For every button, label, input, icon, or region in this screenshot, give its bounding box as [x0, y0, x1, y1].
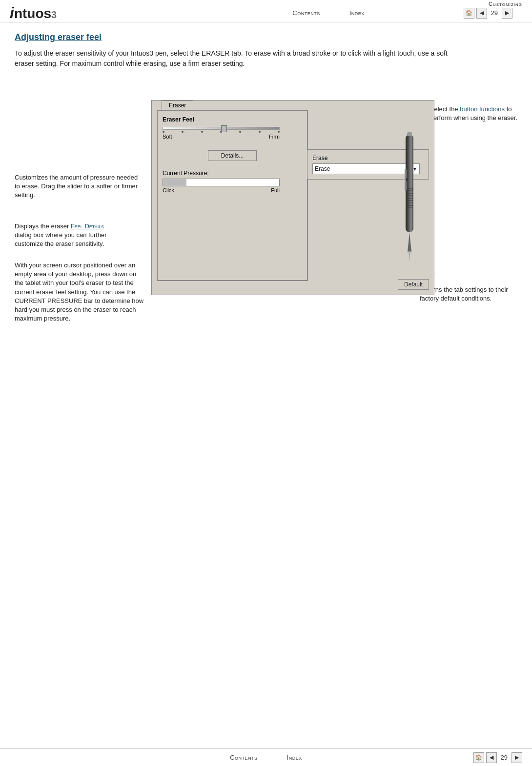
- slider-thumb[interactable]: [221, 125, 227, 132]
- inner-dialog: Eraser Feel Soft Firm: [157, 110, 308, 281]
- index-link[interactable]: Index: [349, 9, 365, 17]
- firm-label: Firm: [269, 134, 280, 140]
- details-button[interactable]: Details...: [208, 150, 257, 161]
- callout-top-right: Select the button functions toperform wh…: [430, 105, 517, 122]
- erase-value: Erase: [315, 165, 330, 172]
- footer-index-link[interactable]: Index: [287, 754, 302, 761]
- dot-3: [201, 131, 203, 133]
- logo-3: 3: [51, 9, 57, 20]
- soft-label: Soft: [163, 134, 172, 140]
- default-button[interactable]: Default: [398, 279, 429, 290]
- prev-icon-btn[interactable]: ◀: [476, 8, 487, 19]
- footer: Contents Index 🏠 ◀ 29 ▶: [0, 748, 532, 766]
- details-btn-row: Details...: [163, 145, 302, 166]
- dot-6: [259, 131, 261, 133]
- button-functions-link[interactable]: button functions: [460, 105, 505, 113]
- pressure-labels: Click Full: [163, 187, 280, 193]
- callout-left-bottom: With your screen cursor positioned over …: [15, 261, 146, 323]
- callout-left-top: Customizes the amount of pressure needed…: [15, 173, 142, 200]
- logo-rest: ntuos: [14, 6, 51, 21]
- svg-marker-8: [408, 232, 411, 252]
- header: intuos3 Customizing Contents Index 🏠 ◀ 2…: [0, 0, 532, 22]
- contents-link[interactable]: Contents: [292, 9, 320, 17]
- feel-details-link[interactable]: Feel Details: [71, 222, 104, 230]
- svg-rect-21: [405, 181, 407, 191]
- screenshot-panel: Eraser Eraser Feel: [151, 100, 434, 295]
- slider-labels: Soft Firm: [163, 134, 280, 140]
- eraser-feel-label: Eraser Feel: [163, 116, 302, 123]
- footer-contents-link[interactable]: Contents: [230, 754, 257, 761]
- footer-home-icon-btn[interactable]: 🏠: [473, 752, 484, 763]
- nav-row: Contents Index 🏠 ◀ 29 ▶: [135, 6, 522, 20]
- callout-left-middle: Displays the eraser Feel Detailsdialog b…: [15, 222, 107, 249]
- slider-track[interactable]: [163, 127, 280, 130]
- slider-container: [163, 127, 302, 130]
- page-number: 29: [489, 9, 500, 17]
- pen-image: [395, 130, 424, 266]
- dot-7: [278, 131, 280, 133]
- dot-1: [163, 131, 164, 133]
- diagram-area: Select the button functions toperform wh…: [15, 81, 517, 324]
- nav-icons: 🏠 ◀ 29 ▶: [464, 8, 512, 19]
- pressure-bar: [163, 179, 280, 186]
- svg-marker-9: [409, 251, 410, 262]
- footer-page-number: 29: [499, 754, 510, 761]
- dot-2: [182, 131, 184, 133]
- click-label: Click: [163, 187, 174, 193]
- next-icon-btn[interactable]: ▶: [502, 8, 512, 19]
- footer-prev-icon-btn[interactable]: ◀: [486, 752, 497, 763]
- main-content: Adjusting eraser feel To adjust the eras…: [0, 22, 532, 354]
- pen-svg: [395, 130, 424, 266]
- page-title[interactable]: Adjusting eraser feel: [15, 32, 517, 42]
- pressure-fill: [163, 179, 186, 186]
- footer-nav-icons: 🏠 ◀ 29 ▶: [473, 752, 522, 763]
- current-pressure-section: Current Pressure: Click Full: [163, 170, 302, 193]
- logo-i: i: [10, 4, 14, 22]
- footer-next-icon-btn[interactable]: ▶: [512, 752, 522, 763]
- home-icon-btn[interactable]: 🏠: [464, 8, 474, 19]
- svg-rect-20: [405, 169, 407, 179]
- svg-rect-7: [406, 135, 413, 232]
- full-label: Full: [271, 187, 280, 193]
- intro-text: To adjust the eraser sensitivity of your…: [15, 48, 454, 69]
- dot-5: [239, 131, 241, 133]
- svg-rect-10: [407, 132, 412, 136]
- logo: intuos3: [10, 4, 57, 22]
- eraser-tab[interactable]: Eraser: [162, 101, 193, 110]
- callout-bottom-right: Returns the tab settings to their factor…: [420, 285, 517, 303]
- current-pressure-label: Current Pressure:: [163, 170, 302, 177]
